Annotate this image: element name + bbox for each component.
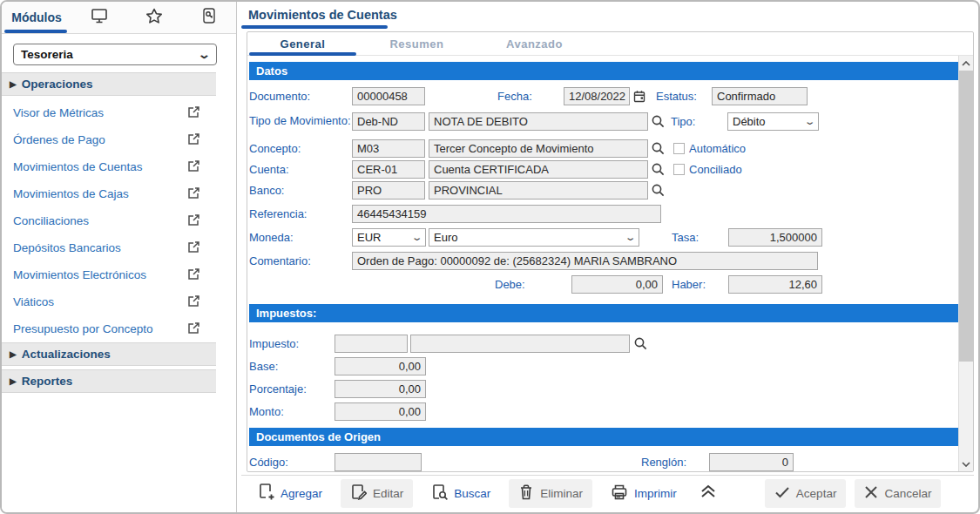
- moneda-name-value: Euro: [434, 231, 457, 244]
- tab-avanzado[interactable]: Avanzado: [476, 32, 593, 55]
- row-impuesto: Impuesto:: [249, 335, 958, 353]
- scrollbar-thumb[interactable]: [959, 71, 973, 362]
- tab-general[interactable]: General: [247, 32, 358, 55]
- external-link-icon: [187, 321, 200, 337]
- external-link-icon: [187, 105, 200, 121]
- banco-label: Banco:: [249, 184, 352, 197]
- item-label: Movimientos de Cuentas: [13, 160, 187, 173]
- porcentaje-field[interactable]: 0,00: [335, 380, 426, 398]
- sidebar-group-actualizaciones[interactable]: ▶ Actualizaciones: [2, 342, 216, 366]
- group-label: Operaciones: [22, 78, 93, 91]
- editar-button[interactable]: Editar: [341, 479, 413, 508]
- button-label: Imprimir: [634, 487, 677, 500]
- documento-field[interactable]: 00000458: [352, 87, 425, 105]
- search-lookup-icon[interactable]: [651, 114, 666, 129]
- row-referencia: Referencia: 46445434159: [249, 205, 958, 223]
- page-title: Movimientos de Cuentas: [248, 8, 397, 22]
- monto-field[interactable]: 0,00: [335, 402, 426, 421]
- sidebar-item-presupuesto-por-concepto[interactable]: Presupuesto por Concepto: [2, 315, 216, 342]
- referencia-field[interactable]: 46445434159: [352, 205, 661, 223]
- section-header-documentos-origen: Documentos de Origen: [249, 428, 958, 446]
- tab-resumen[interactable]: Resumen: [358, 32, 476, 55]
- search-lookup-icon[interactable]: [651, 183, 666, 198]
- fecha-field[interactable]: 12/08/2022: [564, 87, 630, 105]
- sidebar-item-movimientos-de-cajas[interactable]: Movimientos de Cajas: [2, 180, 216, 207]
- search-lookup-icon[interactable]: [633, 336, 648, 351]
- impuesto-name-field[interactable]: [410, 335, 630, 353]
- concepto-label: Concepto:: [249, 142, 352, 155]
- star-icon: [145, 8, 163, 28]
- button-label: Editar: [373, 487, 403, 500]
- sidebar-item-conciliaciones[interactable]: Conciliaciones: [2, 207, 216, 234]
- item-label: Presupuesto por Concepto: [13, 322, 187, 335]
- conciliado-checkbox[interactable]: [673, 164, 685, 175]
- moneda-code-select[interactable]: EUR ⌄: [352, 228, 426, 247]
- base-field[interactable]: 0,00: [335, 357, 426, 375]
- automatico-checkbox-group: Automático: [673, 142, 746, 155]
- scroll-down-arrow-icon[interactable]: [959, 457, 973, 471]
- tab-modulos[interactable]: Módulos: [2, 2, 71, 33]
- concepto-code-field[interactable]: M03: [352, 139, 425, 158]
- monto-label: Monto:: [249, 405, 335, 418]
- tipo-label: Tipo:: [671, 115, 716, 128]
- buscar-button[interactable]: Buscar: [422, 479, 500, 508]
- estatus-field[interactable]: Confirmado: [712, 87, 808, 105]
- imprimir-button[interactable]: Imprimir: [601, 479, 686, 508]
- sidebar-item-movimientos-electronicos[interactable]: Movimientos Electrónicos: [2, 261, 216, 288]
- automatico-checkbox[interactable]: [673, 143, 685, 154]
- row-comentario: Comentario: Orden de Pago: 00000092 de: …: [249, 252, 958, 270]
- eliminar-button[interactable]: Eliminar: [509, 479, 592, 508]
- button-label: Cancelar: [884, 487, 931, 500]
- moneda-name-select[interactable]: Euro ⌄: [429, 228, 639, 247]
- search-lookup-icon[interactable]: [651, 141, 666, 156]
- codigo-field[interactable]: [335, 453, 422, 471]
- sidebar-group-reportes[interactable]: ▶ Reportes: [2, 369, 216, 393]
- module-select[interactable]: Tesoreria ⌄: [13, 44, 217, 65]
- sidebar-item-visor-de-metricas[interactable]: Visor de Métricas: [2, 99, 216, 126]
- aceptar-button[interactable]: Aceptar: [765, 479, 847, 508]
- comentario-field[interactable]: Orden de Pago: 00000092 de: (25682324) M…: [352, 252, 818, 270]
- section-header-impuestos: Impuestos:: [249, 304, 958, 322]
- cuenta-code-field[interactable]: CER-01: [352, 160, 425, 179]
- collapse-toolbar-button[interactable]: [695, 479, 721, 508]
- impuesto-code-field[interactable]: [335, 335, 408, 353]
- action-toolbar: Agregar Editar Buscar: [241, 475, 974, 511]
- calendar-icon[interactable]: [633, 90, 645, 103]
- sidebar-item-ordenes-de-pago[interactable]: Órdenes de Pago: [2, 126, 216, 153]
- haber-label: Haber:: [672, 278, 722, 291]
- sidebar-item-depositos-bancarios[interactable]: Depósitos Bancarios: [2, 234, 216, 261]
- debe-label: Debe:: [495, 278, 545, 291]
- sidebar-item-movimientos-de-cuentas[interactable]: Movimientos de Cuentas: [2, 153, 216, 180]
- tab-permissions[interactable]: [181, 2, 236, 33]
- tipo-movimiento-code-field[interactable]: Deb-ND: [352, 112, 425, 131]
- item-label: Movimientos de Cajas: [13, 187, 187, 200]
- sidebar-group-operaciones[interactable]: ▶ Operaciones: [2, 72, 216, 96]
- cancelar-button[interactable]: Cancelar: [855, 479, 941, 508]
- edit-document-icon: [350, 484, 367, 504]
- search-lookup-icon[interactable]: [651, 162, 666, 177]
- group-label: Reportes: [22, 375, 73, 388]
- comentario-label: Comentario:: [249, 254, 352, 267]
- cuenta-name-field[interactable]: Cuenta CERTIFICADA: [429, 160, 648, 179]
- search-document-icon: [431, 484, 448, 504]
- tipo-movimiento-label: Tipo de Movimiento:: [249, 115, 352, 128]
- sidebar-nav: ▶ Operaciones Visor de Métricas Órdenes …: [2, 72, 216, 393]
- tab-label: Avanzado: [506, 37, 563, 51]
- item-label: Depósitos Bancarios: [13, 241, 187, 254]
- agregar-button[interactable]: Agregar: [248, 479, 332, 508]
- fecha-label: Fecha:: [497, 90, 550, 103]
- tasa-field[interactable]: 1,500000: [728, 228, 822, 247]
- debe-field[interactable]: 0,00: [571, 275, 663, 294]
- renglon-field[interactable]: 0: [709, 453, 794, 471]
- concepto-name-field[interactable]: Tercer Concepto de Movimiento: [429, 139, 648, 158]
- haber-field[interactable]: 12,60: [728, 275, 822, 294]
- sidebar-item-viaticos[interactable]: Viáticos: [2, 288, 216, 315]
- vertical-scrollbar[interactable]: [958, 56, 973, 471]
- tipo-select[interactable]: Débito ⌄: [727, 112, 819, 131]
- banco-name-field[interactable]: PROVINCIAL: [429, 181, 648, 200]
- scroll-up-arrow-icon[interactable]: [959, 56, 973, 71]
- banco-code-field[interactable]: PRO: [352, 181, 425, 200]
- tipo-movimiento-name-field[interactable]: NOTA DE DEBITO: [429, 112, 648, 131]
- tab-monitor[interactable]: [71, 2, 126, 33]
- tab-favorites[interactable]: [126, 2, 181, 33]
